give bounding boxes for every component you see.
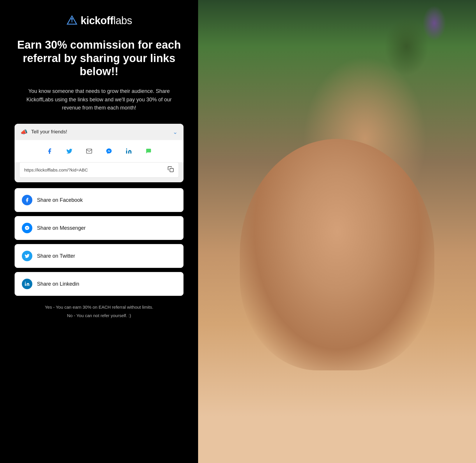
share-widget-header-left: 📣 Tell your friends! xyxy=(20,128,67,135)
svg-point-10 xyxy=(361,64,385,99)
svg-point-8 xyxy=(198,0,315,73)
copy-icon[interactable] xyxy=(168,166,174,174)
svg-rect-28 xyxy=(367,306,376,364)
footer-note-2: No - You can not refer yourself. :) xyxy=(45,313,153,318)
page-subtext: You know someone that needs to grow thei… xyxy=(17,87,181,112)
svg-rect-25 xyxy=(227,349,449,354)
facebook-share-icon[interactable] xyxy=(43,145,56,158)
svg-point-7 xyxy=(221,0,454,131)
share-buttons-section: Share on Facebook Share on Messenger Sha… xyxy=(15,188,184,296)
svg-point-13 xyxy=(245,87,431,320)
twitter-share-icon[interactable] xyxy=(63,145,76,158)
share-messenger-label: Share on Messenger xyxy=(37,225,86,231)
share-facebook-button[interactable]: Share on Facebook xyxy=(15,188,184,212)
share-link-row: https://kickofflabs.com/?kid=ABC xyxy=(19,162,179,178)
svg-rect-6 xyxy=(198,0,476,463)
footer-note-1: Yes - You can earn 30% on EACH referral … xyxy=(45,305,153,310)
footer-notes: Yes - You can earn 30% on EACH referral … xyxy=(45,305,153,321)
photo-background xyxy=(198,0,476,463)
facebook-icon xyxy=(22,195,32,205)
sms-share-icon[interactable] xyxy=(142,145,155,158)
svg-rect-27 xyxy=(227,379,449,383)
email-share-icon[interactable] xyxy=(83,145,96,158)
svg-rect-24 xyxy=(227,335,449,339)
svg-point-9 xyxy=(329,0,475,96)
share-messenger-button[interactable]: Share on Messenger xyxy=(15,216,184,240)
svg-point-15 xyxy=(320,58,425,291)
share-linkedin-label: Share on Linkedin xyxy=(37,281,79,287)
share-twitter-label: Share on Twitter xyxy=(37,253,75,259)
svg-rect-17 xyxy=(294,239,306,282)
tell-friends-label: Tell your friends! xyxy=(31,129,67,135)
share-icons-row xyxy=(15,140,184,162)
share-widget: 📣 Tell your friends! ⌄ xyxy=(15,124,184,182)
svg-point-5 xyxy=(25,282,26,283)
share-facebook-label: Share on Facebook xyxy=(37,197,83,203)
svg-point-12 xyxy=(355,74,376,100)
share-link-url: https://kickofflabs.com/?kid=ABC xyxy=(24,167,88,172)
page-headline: Earn 30% commission for each referral by… xyxy=(15,38,184,78)
svg-rect-20 xyxy=(338,233,350,278)
svg-rect-26 xyxy=(227,364,449,368)
share-linkedin-button[interactable]: Share on Linkedin xyxy=(15,272,184,296)
svg-rect-19 xyxy=(323,230,335,278)
svg-point-14 xyxy=(227,44,344,248)
twitter-icon xyxy=(22,251,32,261)
svg-point-11 xyxy=(373,61,390,90)
messenger-icon xyxy=(22,223,32,233)
svg-point-3 xyxy=(126,149,127,150)
svg-rect-4 xyxy=(170,168,173,172)
linkedin-icon xyxy=(22,279,32,289)
messenger-share-icon[interactable] xyxy=(103,145,115,158)
share-widget-header[interactable]: 📣 Tell your friends! ⌄ xyxy=(15,124,184,140)
kickofflabs-logo-icon xyxy=(66,15,78,26)
svg-rect-18 xyxy=(309,233,320,280)
left-panel: kickofflabs Earn 30% commission for each… xyxy=(0,0,198,463)
right-panel-image xyxy=(198,0,476,463)
svg-point-16 xyxy=(280,227,385,297)
svg-rect-23 xyxy=(227,320,449,463)
logo-text: kickofflabs xyxy=(81,15,132,27)
svg-rect-21 xyxy=(351,239,361,277)
share-twitter-button[interactable]: Share on Twitter xyxy=(15,244,184,268)
svg-point-22 xyxy=(221,291,454,463)
chevron-down-icon: ⌄ xyxy=(173,128,178,135)
linkedin-share-icon[interactable] xyxy=(122,145,135,158)
megaphone-icon: 📣 xyxy=(20,128,28,135)
logo-area: kickofflabs xyxy=(66,15,132,27)
